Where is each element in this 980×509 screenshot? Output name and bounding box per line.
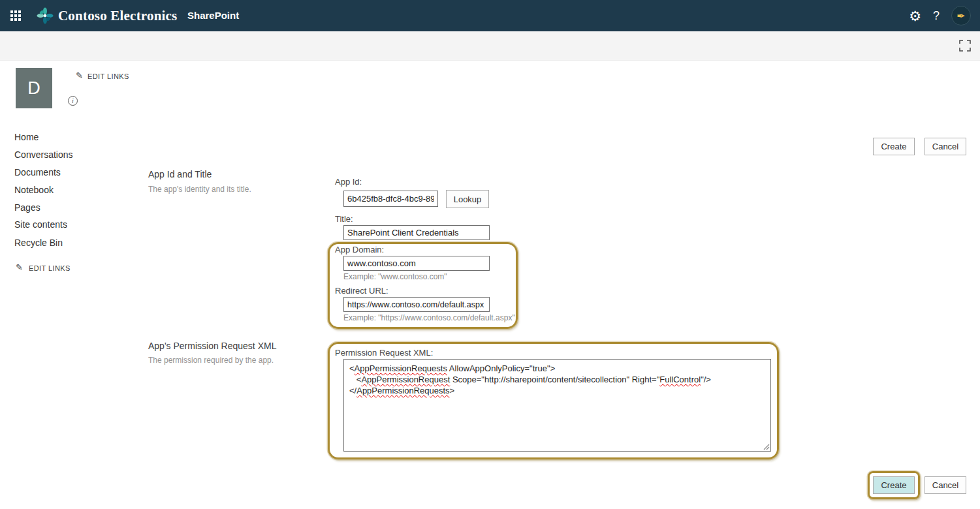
section-desc-permissions: The permission required by the app. [148,356,274,365]
suite-bar: Contoso Electronics SharePoint ⚙ ? ✒ [0,0,980,31]
suite-bar-actions: ⚙ ? ✒ [909,0,980,31]
app-id-label: App Id: [335,177,362,187]
sidebar-item-pages[interactable]: Pages [14,202,40,213]
cancel-button-top[interactable]: Cancel [925,138,966,155]
waffle-icon [10,10,21,21]
sidebar-item-conversations[interactable]: Conversations [14,149,73,160]
redirect-url-example: Example: "https://www.contoso.com/defaul… [343,313,515,322]
section-title-permissions: App's Permission Request XML [148,341,276,351]
account-avatar[interactable]: ✒ [951,6,971,25]
edit-links-top[interactable]: EDIT LINKS [87,72,129,80]
site-logo[interactable]: D [16,68,52,108]
sidebar-item-home[interactable]: Home [14,132,39,142]
edit-links-pencil-icon: ✎ [16,262,23,272]
app-id-input[interactable] [343,191,438,207]
app-domain-label: App Domain: [335,245,384,254]
sidebar-item-notebook[interactable]: Notebook [14,185,54,195]
create-button-bottom[interactable]: Create [873,476,915,494]
lookup-button[interactable]: Lookup [446,190,489,208]
title-input[interactable] [343,225,490,240]
section-title-app-id: App Id and Title [148,169,212,179]
brand[interactable]: Contoso Electronics [37,0,178,31]
product-name: SharePoint [187,10,239,21]
focus-mode-icon[interactable] [959,40,971,52]
brand-name: Contoso Electronics [58,8,178,24]
redirect-url-label: Redirect URL: [335,286,388,296]
page: Contoso Electronics SharePoint ⚙ ? ✒ D ✎… [0,0,980,509]
textarea-resize-handle[interactable] [763,444,770,450]
cancel-button-bottom[interactable]: Cancel [925,476,966,494]
app-domain-example: Example: "www.contoso.com" [343,272,447,281]
edit-links-pencil-icon: ✎ [76,70,83,80]
info-icon[interactable]: i [68,96,78,106]
section-desc-app-id: The app's identity and its title. [148,185,251,194]
edit-links-bottom[interactable]: EDIT LINKS [29,264,71,272]
sidebar-item-recycle-bin[interactable]: Recycle Bin [14,238,63,248]
permission-xml-label: Permission Request XML: [335,348,433,358]
app-launcher-button[interactable] [0,0,31,31]
title-label: Title: [335,214,353,224]
redirect-url-input[interactable] [343,297,490,312]
create-button-top[interactable]: Create [873,138,915,155]
contoso-logo-icon [37,7,54,24]
settings-gear-icon[interactable]: ⚙ [909,9,921,23]
app-domain-input[interactable] [343,256,490,271]
permission-xml-textarea[interactable]: <AppPermissionRequests AllowAppOnlyPolic… [343,359,771,452]
command-bar [0,31,980,61]
sidebar-item-site-contents[interactable]: Site contents [14,219,67,230]
sidebar-item-documents[interactable]: Documents [14,167,61,177]
help-icon[interactable]: ? [933,9,940,23]
